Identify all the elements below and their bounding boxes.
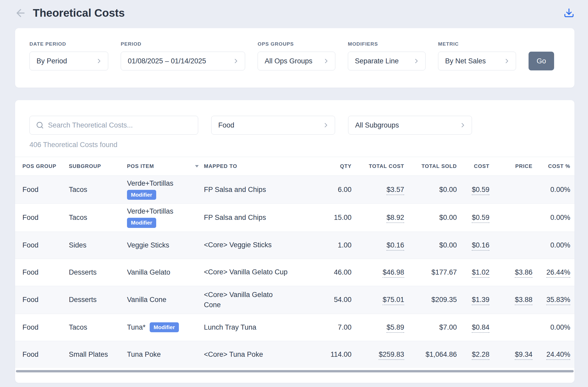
table-row: FoodTacosVerde+TortillasModifierFP Salsa… (15, 176, 574, 204)
search-icon (36, 121, 44, 129)
cell-cost-pct: 35.83% (532, 286, 574, 314)
column-header-total-sold[interactable]: TOTAL SOLD (404, 157, 457, 176)
filter-label: PERIOD (121, 41, 245, 47)
total-cost-value[interactable]: $46.98 (383, 268, 404, 278)
cell-total-cost: $46.98 (351, 259, 404, 286)
table-toolbar: Food All Subgroups (15, 116, 574, 135)
cell-qty: 54.00 (306, 286, 351, 314)
cell-subgroup: Tacos (69, 176, 127, 204)
total-cost-value[interactable]: $3.57 (386, 186, 404, 195)
cell-subgroup: Desserts (69, 259, 127, 286)
total-cost-value[interactable]: $5.89 (386, 323, 404, 333)
cell-mapped-to: FP Salsa and Chips (204, 204, 306, 232)
cell-total-sold: $0.00 (404, 176, 457, 204)
column-header-mapped-to[interactable]: MAPPED TO (204, 157, 306, 176)
table-row: FoodTacosTuna*ModifierLunch Tray Tuna7.0… (15, 314, 574, 341)
modifier-badge: Modifier (127, 190, 156, 200)
modifier-badge: Modifier (127, 218, 156, 228)
total-cost-value[interactable]: $0.16 (386, 241, 404, 251)
cell-pos-item: Verde+TortillasModifier (127, 176, 204, 204)
cell-subgroup: Tacos (69, 204, 127, 232)
chevron-right-icon (503, 57, 511, 65)
cost-value[interactable]: $1.39 (472, 296, 489, 305)
chevron-right-icon (232, 57, 240, 65)
chevron-right-icon (459, 122, 466, 129)
ops-groups-select[interactable]: All Ops Groups (258, 52, 335, 70)
cell-total-sold: $0.00 (404, 232, 457, 259)
cell-qty: 15.00 (306, 204, 351, 232)
cell-total-sold: $1,064.86 (404, 341, 457, 368)
total-cost-value[interactable]: $8.92 (386, 214, 404, 223)
go-button[interactable]: Go (529, 52, 554, 70)
cost-pct-value[interactable]: 26.44% (546, 268, 570, 278)
price-value[interactable]: $3.88 (515, 296, 532, 305)
column-header-subgroup[interactable]: SUBGROUP (69, 157, 127, 176)
cell-price: $9.34 (489, 341, 532, 368)
period-select[interactable]: 01/08/2025 – 01/14/2025 (121, 52, 245, 70)
cost-value[interactable]: $2.28 (472, 350, 489, 360)
cell-cost-pct: 0.00% (532, 176, 574, 204)
total-cost-value[interactable]: $259.83 (379, 350, 404, 360)
cell-price: $3.88 (489, 286, 532, 314)
cost-value[interactable]: $0.59 (472, 186, 489, 195)
cost-value[interactable]: $0.16 (472, 241, 489, 251)
page-header: Theoretical Costs (0, 0, 588, 19)
cell-price (489, 204, 532, 232)
cell-pos-item: Verde+TortillasModifier (127, 204, 204, 232)
back-button[interactable] (15, 7, 27, 19)
cell-price (489, 232, 532, 259)
filter-label: DATE PERIOD (29, 41, 108, 47)
filter-modifiers: MODIFIERSSeparate Line (348, 41, 426, 70)
cell-pos-group: Food (15, 341, 69, 368)
price-value[interactable]: $9.34 (515, 350, 532, 360)
download-icon (563, 8, 574, 19)
cell-cost-pct: 0.00% (532, 204, 574, 232)
column-header-qty[interactable]: QTY (306, 157, 351, 176)
cell-mapped-to: <Core> Vanilla Gelato Cup (204, 259, 306, 286)
cell-subgroup: Small Plates (69, 341, 127, 368)
search-box (29, 116, 198, 135)
cell-cost: $0.84 (457, 314, 489, 341)
arrow-left-icon (15, 7, 27, 19)
table-card: Food All Subgroups 406 Theoretical Costs… (15, 100, 574, 383)
cell-pos-group: Food (15, 204, 69, 232)
search-input[interactable] (48, 121, 192, 129)
cost-value[interactable]: $1.02 (472, 268, 489, 278)
total-cost-value[interactable]: $75.01 (383, 296, 404, 305)
cell-mapped-to: <Core> Vanilla Gelato Cone (204, 286, 306, 314)
filter-ops-groups: OPS GROUPSAll Ops Groups (258, 41, 335, 70)
cost-value[interactable]: $0.59 (472, 214, 489, 223)
price-value[interactable]: $3.86 (515, 268, 532, 278)
cell-cost: $2.28 (457, 341, 489, 368)
date-period-select[interactable]: By Period (29, 52, 108, 70)
metric-select[interactable]: By Net Sales (438, 52, 516, 70)
cost-pct-value[interactable]: 24.40% (546, 350, 570, 360)
cell-pos-group: Food (15, 286, 69, 314)
cell-total-sold: $209.35 (404, 286, 457, 314)
cell-total-sold: $7.00 (404, 314, 457, 341)
cell-price (489, 314, 532, 341)
category-select[interactable]: Food (211, 116, 335, 135)
cell-cost-pct: 26.44% (532, 259, 574, 286)
cell-total-cost: $0.16 (351, 232, 404, 259)
filter-date-period: DATE PERIODBy Period (29, 41, 108, 70)
column-header-price[interactable]: PRICE (489, 157, 532, 176)
cell-cost: $0.59 (457, 176, 489, 204)
subgroup-select[interactable]: All Subgroups (348, 116, 472, 135)
column-header-cost[interactable]: COST (457, 157, 489, 176)
horizontal-scrollbar[interactable] (16, 370, 574, 372)
column-header-pos-group[interactable]: POS GROUP (15, 157, 69, 176)
column-header-total-cost[interactable]: TOTAL COST (351, 157, 404, 176)
chevron-right-icon (95, 57, 103, 65)
modifiers-select[interactable]: Separate Line (348, 52, 426, 70)
download-button[interactable] (563, 8, 574, 19)
cost-value[interactable]: $0.84 (472, 323, 489, 333)
filters-row: DATE PERIODBy PeriodPERIOD01/08/2025 – 0… (29, 41, 560, 70)
cell-qty: 7.00 (306, 314, 351, 341)
column-header-cost[interactable]: COST % (532, 157, 574, 176)
chevron-right-icon (322, 122, 330, 129)
column-header-pos-item[interactable]: POS ITEM (127, 157, 204, 176)
cost-pct-value[interactable]: 35.83% (546, 296, 570, 305)
cell-total-sold: $0.00 (404, 204, 457, 232)
results-count: 406 Theoretical Costs found (29, 141, 560, 149)
